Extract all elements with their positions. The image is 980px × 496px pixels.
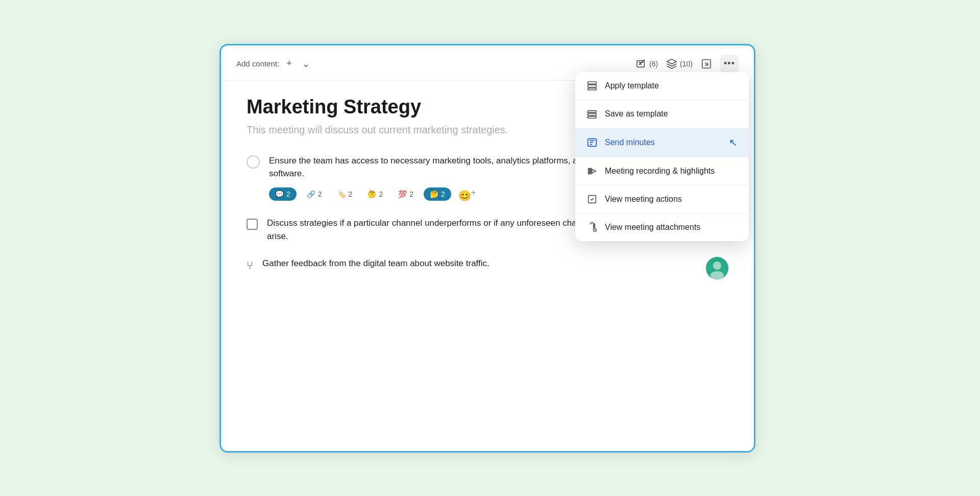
agenda-main-3: Gather feedback from the digital team ab… [262,257,728,279]
send-minutes-icon [586,137,598,148]
think-count: 2 [379,190,383,198]
export-icon-item[interactable] [701,58,712,69]
dropdown-attachments[interactable]: View meeting attachments [575,214,749,241]
add-content-label: Add content: [236,59,279,68]
agenda-checkbox-square-2[interactable] [247,219,258,230]
add-content-chevron-button[interactable]: ⌄ [299,56,313,72]
comment-count: 2 [286,190,290,198]
think-active-count: 2 [441,190,445,198]
task-count: (6) [649,60,658,68]
think-reaction[interactable]: 🤔 2 [362,187,388,201]
dropdown-recording[interactable]: Meeting recording & highlights [575,157,749,185]
attachments-label: View meeting attachments [605,223,700,232]
think-emoji: 🤔 [368,190,376,198]
agenda-checkbox-circle-1[interactable] [247,155,260,169]
comment-reaction[interactable]: 💬 2 [269,187,297,201]
recording-label: Meeting recording & highlights [605,167,715,176]
screen-wrapper: Add content: + ⌄ (6) [209,29,771,468]
svg-rect-16 [588,113,597,115]
svg-rect-14 [588,88,597,90]
export-icon [701,58,712,69]
tag-icon: 🏷️ [337,190,346,198]
fork-icon-3: ⑂ [247,259,253,272]
avatar-image-3 [706,257,728,279]
comment-icon: 💬 [275,190,284,198]
hundred-reaction[interactable]: 💯 2 [393,187,419,201]
agenda-text-3: Gather feedback from the digital team ab… [262,257,489,270]
tag-reaction[interactable]: 🏷️ 2 [332,187,358,201]
apply-template-icon [586,80,598,91]
actions-label: View meeting actions [605,195,682,204]
link-reaction[interactable]: 🔗 2 [302,187,327,201]
dropdown-menu: Apply template Save as template [575,72,749,241]
link-count: 2 [318,190,322,198]
add-emoji-button[interactable]: 😊+ [456,186,478,203]
more-dots: ••• [724,58,735,69]
layer-count: (10) [680,60,693,68]
layer-count-item[interactable]: (10) [666,58,693,69]
svg-rect-15 [588,110,597,112]
tag-count: 2 [349,190,353,198]
more-options-button[interactable]: ••• [720,55,739,73]
agenda-text-2: Discuss strategies if a particular chann… [267,217,614,243]
add-content-group: Add content: + ⌄ [236,56,313,72]
save-template-icon [586,108,598,120]
task-count-item[interactable]: (6) [635,58,658,69]
dropdown-actions[interactable]: View meeting actions [575,185,749,213]
think-active-reaction[interactable]: 🤔 2 [424,187,451,201]
hundred-count: 2 [409,190,413,198]
svg-rect-13 [588,85,597,87]
svg-rect-17 [588,116,597,118]
hundred-emoji: 💯 [398,190,407,198]
recording-icon [586,166,598,177]
agenda-meta-3 [706,257,728,279]
svg-rect-12 [588,81,597,84]
actions-icon [586,194,598,205]
add-content-plus-button[interactable]: + [283,56,295,71]
link-icon: 🔗 [307,190,315,198]
cursor-icon: ↖ [729,136,738,149]
dropdown-save-template[interactable]: Save as template [575,100,749,128]
agenda-text-1: Ensure the team has access to necessary … [269,154,616,180]
task-icon [635,58,647,69]
header-right: (6) (10) ••• [635,55,739,73]
send-minutes-label: Send minutes [605,138,655,147]
dropdown-apply-template[interactable]: Apply template [575,72,749,100]
svg-point-10 [713,262,721,270]
main-card: Add content: + ⌄ (6) [219,44,755,453]
apply-template-label: Apply template [605,81,659,90]
layers-icon [666,58,677,69]
dropdown-send-minutes[interactable]: Send minutes ↖ [575,128,749,157]
attachments-icon [586,222,598,233]
think-active-emoji: 🤔 [430,190,438,198]
svg-point-11 [710,271,724,279]
agenda-item-3: ⑂ Gather feedback from the digital team … [247,257,728,279]
avatar-3 [706,257,728,279]
save-template-label: Save as template [605,109,668,119]
